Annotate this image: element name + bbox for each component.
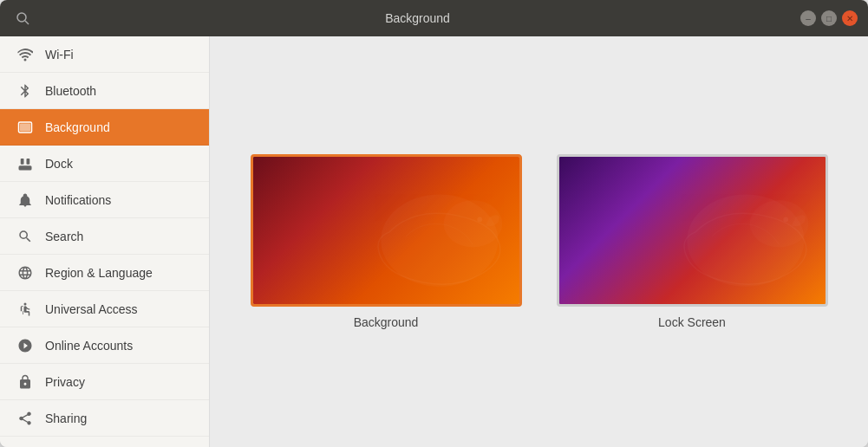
svg-rect-5 xyxy=(21,159,24,165)
main-layout: Wi-Fi Bluetooth Backg xyxy=(0,36,868,447)
sidebar-label-wifi: Wi-Fi xyxy=(45,48,74,62)
svg-rect-6 xyxy=(27,159,30,165)
sidebar-label-search: Search xyxy=(45,230,83,243)
privacy-icon xyxy=(17,374,33,390)
region-icon xyxy=(17,265,33,281)
svg-line-1 xyxy=(25,21,29,24)
app-window: Background – □ ✕ Wi-Fi xyxy=(0,0,868,447)
sidebar-item-notifications[interactable]: Notifications xyxy=(0,182,209,218)
svg-point-0 xyxy=(17,13,26,22)
search-icon xyxy=(17,229,33,244)
sidebar-label-bluetooth: Bluetooth xyxy=(45,84,96,98)
sidebar-label-dock: Dock xyxy=(45,157,73,171)
content-area: Background Loc xyxy=(210,36,868,447)
notifications-icon xyxy=(17,192,33,208)
maximize-button[interactable]: □ xyxy=(821,10,837,26)
sidebar-item-sharing[interactable]: Sharing xyxy=(0,400,209,437)
search-button[interactable] xyxy=(10,6,35,30)
svg-point-10 xyxy=(477,217,482,223)
sidebar-item-background[interactable]: Background xyxy=(0,109,209,146)
svg-point-13 xyxy=(783,217,788,223)
close-button[interactable]: ✕ xyxy=(842,10,858,26)
sharing-icon xyxy=(17,411,33,426)
lockscreen-label: Lock Screen xyxy=(658,315,726,329)
svg-rect-4 xyxy=(19,165,32,170)
background-card[interactable]: Background xyxy=(251,154,522,329)
window-controls: – □ ✕ xyxy=(800,10,858,26)
sidebar-item-dock[interactable]: Dock xyxy=(0,146,209,182)
sidebar: Wi-Fi Bluetooth Backg xyxy=(0,36,210,447)
online-accounts-icon xyxy=(17,338,33,353)
sidebar-item-search[interactable]: Search xyxy=(0,218,209,255)
universal-access-icon xyxy=(17,301,33,317)
lockscreen-preview[interactable] xyxy=(557,154,828,307)
sidebar-label-privacy: Privacy xyxy=(45,375,85,389)
sidebar-label-region: Region & Language xyxy=(45,266,153,280)
lockscreen-image xyxy=(559,157,826,304)
lockscreen-card[interactable]: Lock Screen xyxy=(557,154,828,329)
background-preview[interactable] xyxy=(251,154,522,307)
sidebar-item-bluetooth[interactable]: Bluetooth xyxy=(0,73,209,109)
sidebar-item-universal-access[interactable]: Universal Access xyxy=(0,291,209,327)
sidebar-label-notifications: Notifications xyxy=(45,193,111,207)
background-image xyxy=(253,157,519,304)
sidebar-label-online-accounts: Online Accounts xyxy=(45,339,133,353)
background-label: Background xyxy=(354,315,419,329)
svg-point-7 xyxy=(24,302,27,305)
sidebar-label-sharing: Sharing xyxy=(45,411,87,425)
minimize-button[interactable]: – xyxy=(800,10,816,26)
sidebar-item-privacy[interactable]: Privacy xyxy=(0,364,209,400)
window-title: Background xyxy=(35,11,800,25)
dock-icon xyxy=(17,156,33,172)
sidebar-item-online-accounts[interactable]: Online Accounts xyxy=(0,327,209,364)
sidebar-label-universal-access: Universal Access xyxy=(45,302,138,316)
background-icon xyxy=(17,120,33,135)
svg-rect-3 xyxy=(20,123,30,131)
sidebar-item-wifi[interactable]: Wi-Fi xyxy=(0,36,209,73)
titlebar: Background – □ ✕ xyxy=(0,0,868,36)
bluetooth-icon xyxy=(17,83,33,99)
sidebar-label-background: Background xyxy=(45,120,110,134)
sidebar-item-region[interactable]: Region & Language xyxy=(0,255,209,291)
wifi-icon xyxy=(17,47,33,62)
